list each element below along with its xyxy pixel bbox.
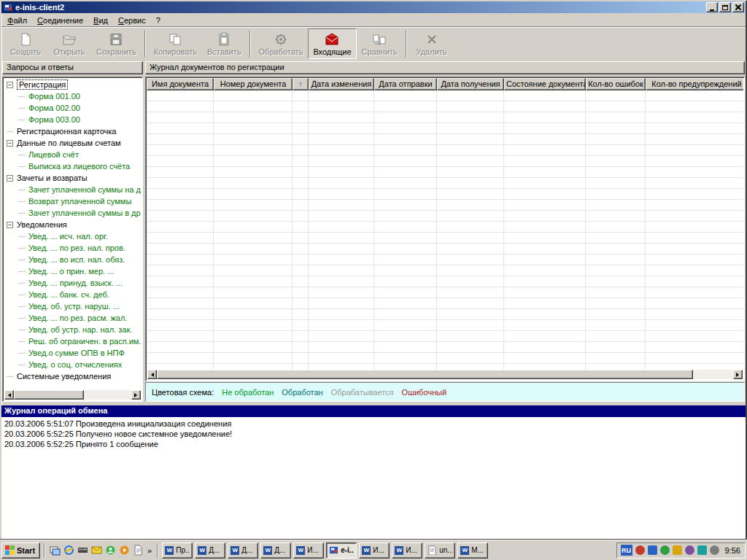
taskbar-task-И[interactable]: WИ... [293, 542, 324, 559]
tray-icon-2[interactable] [648, 545, 657, 555]
taskbar-task-И[interactable]: WИ... [359, 542, 390, 559]
menu-item-Соединение[interactable]: Соединение [32, 15, 88, 26]
collapse-expander-icon[interactable]: − [7, 82, 13, 88]
scroll-track[interactable] [157, 370, 733, 379]
table-cell [374, 101, 437, 112]
scroll-left-button[interactable] [4, 390, 14, 400]
keyboard-icon[interactable] [77, 545, 88, 556]
table-cell [437, 353, 504, 364]
document-icon[interactable] [132, 545, 144, 556]
table-cell [586, 112, 646, 123]
scroll-thumb[interactable] [157, 370, 693, 379]
tree-item[interactable]: Увед. об. устр. наруш. ... [4, 300, 141, 312]
tray-icon-6[interactable] [697, 545, 707, 555]
collapse-expander-icon[interactable]: − [7, 175, 13, 182]
tree-horizontal-scrollbar[interactable] [4, 390, 141, 400]
taskbar-task-М[interactable]: WМ... [457, 542, 488, 559]
menu-item-?[interactable]: ? [151, 15, 166, 26]
inbox-button[interactable]: Входящие [308, 28, 356, 59]
column-header[interactable]: Номер документа [214, 78, 293, 90]
tray-icon-5[interactable] [685, 545, 694, 555]
table-cell [586, 276, 646, 287]
sort-indicator-column[interactable]: ↑ [293, 78, 309, 90]
menu-item-Вид[interactable]: Вид [88, 15, 113, 26]
menu-item-Сервис[interactable]: Сервис [113, 15, 151, 26]
tree-item[interactable]: Увед. ... банк. сч. деб. [4, 289, 141, 300]
table-cell [147, 254, 214, 265]
taskbar-task-e-i[interactable]: e-i... [326, 542, 357, 559]
table-cell [293, 320, 309, 331]
tree-item[interactable]: Регистрационная карточка [4, 125, 141, 137]
table-cell [309, 134, 374, 145]
minimize-button[interactable] [706, 2, 718, 12]
tree-item[interactable]: −Данные по лицевым счетам [4, 137, 141, 149]
tree-item[interactable]: Форма 001.00 [4, 90, 141, 102]
tree-item[interactable]: Зачет уплаченной суммы на д [4, 184, 141, 195]
maximize-button[interactable] [719, 2, 731, 12]
taskbar-task-Пр[interactable]: WПр... [162, 542, 193, 559]
column-header[interactable]: Кол-во ошибок [586, 78, 646, 90]
table-horizontal-scrollbar[interactable] [147, 370, 743, 379]
tree-item[interactable]: −Зачеты и возвраты [4, 172, 141, 184]
scroll-right-button[interactable] [131, 390, 141, 400]
tree-item[interactable]: −Регистрация [4, 79, 141, 90]
taskbar-task-un[interactable]: un... [425, 542, 455, 559]
tree-item[interactable]: Реш. об ограничен. в расп.им. [4, 335, 141, 347]
tree-item[interactable]: Зачет уплаченной суммы в др [4, 207, 141, 219]
tree-item[interactable]: Форма 003.00 [4, 114, 141, 125]
scroll-left-button[interactable] [147, 370, 157, 379]
word-document-icon: W [165, 546, 174, 555]
tree-item[interactable]: Увед. ... о прин. мер. ... [4, 265, 141, 277]
column-header[interactable]: Состояние документа [504, 78, 586, 90]
tree-item[interactable]: Увед. об устр. нар. нал. зак. [4, 324, 141, 335]
mail-icon[interactable] [90, 545, 102, 556]
tray-icon-1[interactable] [635, 545, 645, 555]
messenger-icon[interactable] [104, 545, 116, 556]
tree-item[interactable]: Увед.о сумме ОПВ в НПФ [4, 347, 141, 359]
taskbar-task-Д[interactable]: WД... [260, 542, 291, 559]
scroll-right-button[interactable] [733, 370, 743, 379]
column-header[interactable]: Дата получения [437, 78, 504, 90]
collapse-expander-icon[interactable]: − [7, 140, 13, 147]
collapse-expander-icon[interactable]: − [7, 222, 13, 228]
tree-item[interactable]: Выписка из лицевого счёта [4, 160, 141, 172]
tree-item[interactable]: Увед. ... во исп. нал. обяз. [4, 254, 141, 265]
tree-item[interactable]: Возврат уплаченной суммы [4, 195, 141, 207]
close-button[interactable] [732, 2, 744, 12]
tree-item[interactable]: Увед. о соц. отчислениях [4, 359, 141, 370]
tree-item[interactable]: Увед. ... по рез. нал. пров. [4, 242, 141, 254]
scroll-thumb[interactable] [14, 390, 84, 400]
tray-icon-3[interactable] [660, 545, 670, 555]
tree-item[interactable]: −Уведомления [4, 219, 141, 230]
taskbar-task-Д[interactable]: WД... [195, 542, 225, 559]
quick-launch-overflow-chevron[interactable]: » [146, 546, 153, 555]
tree-item[interactable]: Лицевой счёт [4, 149, 141, 160]
menu-item-Файл[interactable]: Файл [2, 15, 32, 26]
internet-explorer-icon[interactable] [63, 545, 74, 556]
tray-icon-4[interactable] [673, 545, 682, 555]
scroll-track[interactable] [14, 390, 131, 400]
media-player-icon[interactable] [118, 545, 130, 556]
language-indicator[interactable]: RU [621, 545, 632, 556]
tree-item[interactable]: Системные уведомления [4, 370, 141, 382]
legend-item: Обработан [282, 388, 322, 397]
tree-item[interactable]: Форма 002.00 [4, 102, 141, 114]
column-header[interactable]: Дата изменения [309, 78, 374, 90]
table-cell [646, 298, 743, 309]
start-button[interactable]: Start [1, 542, 40, 559]
taskbar-task-Д[interactable]: WД... [228, 542, 258, 559]
tray-icon-7[interactable] [710, 545, 719, 555]
column-header[interactable]: Дата отправки [374, 78, 437, 90]
table-cell [309, 112, 374, 123]
table-cell [646, 233, 743, 244]
tree-item[interactable]: Увед. ... исч. нал. орг. [4, 230, 141, 242]
column-header[interactable]: Кол-во предупреждений [646, 78, 743, 90]
tree-item[interactable]: Увед. ... принуд. взыск. ... [4, 277, 141, 289]
table-cell [309, 167, 374, 178]
show-desktop-icon[interactable] [49, 545, 61, 556]
column-header[interactable]: Имя документа [147, 78, 214, 90]
tree-item[interactable]: Увед. ... по рез. расм. жал. [4, 312, 141, 324]
table-cell [504, 276, 586, 287]
taskbar-task-И[interactable]: WИ... [392, 542, 422, 559]
table-row [147, 287, 743, 298]
